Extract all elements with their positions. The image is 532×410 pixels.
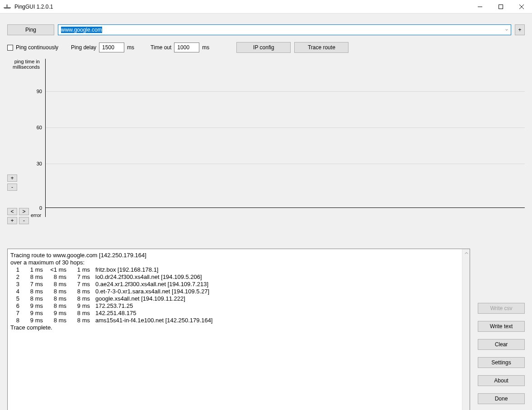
write-text-button[interactable]: Write text <box>478 321 525 332</box>
done-button[interactable]: Done <box>478 393 525 404</box>
side-buttons: Write csv Write text Clear Settings Abou… <box>478 303 525 404</box>
chart-ylabel: ping time inmilliseconds <box>7 59 40 70</box>
window-close-button[interactable] <box>511 0 532 14</box>
clear-button[interactable]: Clear <box>478 339 525 350</box>
minimize-icon <box>478 5 482 9</box>
window-minimize-button[interactable] <box>470 0 490 14</box>
chart-axis-area: 90 60 30 0 <box>45 59 525 217</box>
about-button[interactable]: About <box>478 375 525 386</box>
ping-delay-input[interactable] <box>99 42 124 52</box>
chart-tick: 90 <box>24 89 42 94</box>
scroll-up-button[interactable] <box>462 249 470 257</box>
chart-nav-out-button[interactable]: - <box>19 217 29 224</box>
output-scrollbar[interactable] <box>462 249 470 410</box>
ipconfig-button[interactable]: IP config <box>236 42 291 53</box>
ping-delay-label: Ping delay <box>71 44 96 51</box>
chart-zoom-controls: + - <box>7 174 17 191</box>
window-maximize-button[interactable] <box>490 0 511 14</box>
chart-tick: 30 <box>24 161 42 166</box>
chart-xaxis <box>46 207 525 208</box>
app-icon <box>4 3 11 10</box>
caret-up-icon <box>465 251 468 255</box>
ping-delay-unit: ms <box>127 44 134 51</box>
trace-output[interactable]: Tracing route to www.google.com [142.250… <box>8 249 462 410</box>
settings-button[interactable]: Settings <box>478 357 525 368</box>
ping-chart: ping time inmilliseconds 90 60 30 0 erro… <box>7 59 525 245</box>
svg-rect-0 <box>499 5 503 9</box>
titlebar: PingGUI 1.2.0.1 <box>0 0 532 14</box>
close-icon <box>519 5 524 9</box>
maximize-icon <box>499 5 503 9</box>
chevron-down-icon <box>505 28 508 32</box>
host-dropdown-button[interactable] <box>503 25 511 35</box>
ping-continuously-checkbox[interactable]: Ping continuously <box>7 44 58 51</box>
chart-error-label: error <box>31 212 41 218</box>
timeout-label: Time out <box>151 44 171 51</box>
host-combobox[interactable] <box>58 24 511 35</box>
chart-tick: 60 <box>24 125 42 130</box>
chart-nav-next-button[interactable]: > <box>19 208 29 215</box>
write-csv-button[interactable]: Write csv <box>478 303 525 314</box>
checkbox-box <box>7 45 13 51</box>
timeout-unit: ms <box>202 44 209 51</box>
timeout-input[interactable] <box>174 42 199 52</box>
add-host-button[interactable]: + <box>515 24 525 35</box>
ping-button[interactable]: Ping <box>7 24 54 35</box>
traceroute-button[interactable]: Trace route <box>294 42 348 53</box>
chart-zoom-in-button[interactable]: + <box>7 174 17 182</box>
output-panel: Tracing route to www.google.com [142.250… <box>7 249 470 410</box>
ping-continuously-label: Ping continuously <box>16 44 58 51</box>
chart-nav-prev-button[interactable]: < <box>7 208 17 215</box>
chart-zoom-out-button[interactable]: - <box>7 184 17 191</box>
host-input[interactable] <box>58 25 503 35</box>
chart-nav-in-button[interactable]: + <box>7 217 17 224</box>
chart-nav-controls: < > + - <box>7 208 29 224</box>
window-title: PingGUI 1.2.0.1 <box>14 4 53 10</box>
